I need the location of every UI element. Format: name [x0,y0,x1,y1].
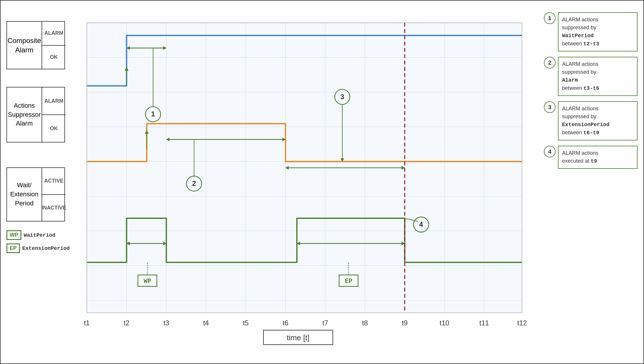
wait-ext-states: ACTIVE INACTIVE [42,168,66,221]
t7-label: t7 [322,319,328,327]
suppressor-alarm-box: ActionsSuppressorAlarm ALARM OK [6,87,65,142]
t4-label: t4 [203,319,209,327]
annotation-1-number: 1 [544,12,556,24]
t1-label: t1 [84,319,90,327]
composite-alarm-state: ALARM [42,22,66,46]
composite-ok-state: OK [42,46,66,69]
time-axis-label: time [t] [287,334,310,342]
annotation-1: 1 ALARM actionssuppressed byWaitPeriodbe… [544,12,638,51]
chart-area: 1 2 3 [68,6,541,358]
composite-alarm-label: CompositeAlarm [7,22,42,69]
annotation-3: 3 ALARM actionssuppressed byExtensionPer… [544,101,638,140]
t2-label: t2 [124,319,130,327]
composite-alarm-states: ALARM OK [42,22,66,69]
marker-1-text: 1 [151,110,155,118]
suppressor-alarm-label: ActionsSuppressorAlarm [7,87,42,142]
wp-label-text: WP [144,278,151,285]
chart-svg: 1 2 3 [68,6,541,358]
annotation-1-box: ALARM actionssuppressed byWaitPeriodbetw… [558,12,638,51]
annotation-3-box: ALARM actionssuppressed byExtensionPerio… [558,101,638,140]
t11-label: t11 [479,319,489,327]
t5-label: t5 [243,319,249,327]
t9-label: t9 [402,319,408,327]
wait-ext-inactive-state: INACTIVE [42,195,66,221]
ep-label-text: EP [345,278,352,285]
right-annotations: 1 ALARM actionssuppressed byWaitPeriodbe… [544,6,638,358]
annotation-4: 4 ALARM actionsexecuted at t9 [544,146,638,169]
t6-label: t6 [282,319,288,327]
wp-label: WaitPeriod [24,232,55,238]
left-labels: CompositeAlarm ALARM OK ActionsSuppresso… [6,6,65,358]
suppressor-alarm-state: ALARM [42,87,66,115]
annotation-2-number: 2 [544,57,556,68]
t10-label: t10 [440,319,449,327]
t3-label: t3 [163,319,169,327]
wp-legend-item: WP WaitPeriod [6,230,65,240]
annotation-2: 2 ALARM actionssuppressed byAlarmbetween… [544,57,638,96]
suppressor-ok-state: OK [42,115,66,142]
ep-badge: EP [6,243,20,253]
wait-ext-label: Wait/ExtensionPeriod [7,168,42,221]
wp-badge: WP [6,230,21,240]
marker-4-text: 4 [419,221,423,228]
ep-legend-item: EP ExtensionPeriod [6,243,65,253]
annotation-4-number: 4 [544,146,556,157]
legend-container: WP WaitPeriod EP ExtensionPeriod [6,230,65,253]
marker-2-text: 2 [192,180,196,187]
marker-3-text: 3 [340,93,344,101]
wait-ext-box: Wait/ExtensionPeriod ACTIVE INACTIVE [6,167,65,222]
composite-alarm-box: CompositeAlarm ALARM OK [6,21,65,69]
wait-ext-active-state: ACTIVE [42,168,66,195]
suppressor-alarm-states: ALARM OK [42,87,66,142]
annotation-4-box: ALARM actionsexecuted at t9 [558,146,638,169]
annotation-2-box: ALARM actionssuppressed byAlarmbetween t… [558,57,638,96]
t8-label: t8 [362,319,368,327]
t12-label: t12 [517,319,527,327]
annotation-3-number: 3 [544,101,556,113]
ep-label: ExtensionPeriod [22,245,70,251]
main-container: CompositeAlarm ALARM OK ActionsSuppresso… [0,0,644,364]
